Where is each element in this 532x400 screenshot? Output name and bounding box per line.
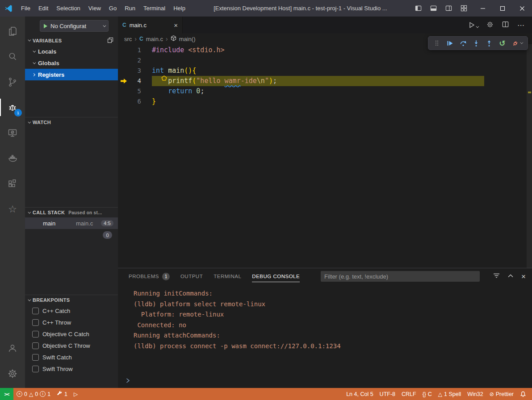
split-editor-icon[interactable] — [502, 21, 509, 29]
code-line[interactable]: 2 — [118, 55, 532, 66]
menu-run[interactable]: Run — [121, 0, 139, 17]
code-line-content[interactable]: return 0; — [152, 86, 204, 96]
tab-close-icon[interactable]: × — [174, 21, 178, 29]
menu-help[interactable]: Help — [169, 0, 189, 17]
panel-tab-terminal[interactable]: TERMINAL — [214, 268, 241, 284]
close-button[interactable] — [512, 0, 532, 17]
debug-status-icon[interactable]: ▷ — [71, 388, 81, 400]
breakpoint-row[interactable]: Swift Throw — [25, 363, 118, 375]
collapse-all-icon[interactable] — [107, 37, 113, 44]
language-mode[interactable]: {}C — [419, 388, 435, 400]
code-line-content[interactable]: printf("hello wamr-ide\n"); — [152, 76, 277, 86]
editor-gutter[interactable]: 3 — [118, 66, 152, 76]
disconnect-icon[interactable] — [511, 38, 524, 49]
breakpoint-checkbox[interactable] — [32, 354, 39, 361]
menu-edit[interactable]: Edit — [34, 0, 52, 17]
extensions-icon[interactable] — [0, 171, 25, 196]
source-control-icon[interactable] — [0, 69, 25, 95]
code-editor[interactable]: 1#include <stdio.h>23int main(){4 printf… — [118, 44, 532, 268]
search-icon[interactable] — [0, 44, 25, 69]
step-over-icon[interactable] — [458, 38, 468, 49]
more-actions-icon[interactable]: ⋯ — [517, 21, 525, 29]
code-line[interactable]: 6} — [118, 96, 532, 107]
toggle-secondary-sidebar-icon[interactable] — [442, 2, 455, 15]
menu-go[interactable]: Go — [105, 0, 121, 17]
breakpoints-section-header[interactable]: BREAKPOINTS — [25, 295, 118, 305]
code-line-content[interactable]: int main(){ — [152, 66, 196, 76]
editor-gutter[interactable]: 4 — [118, 76, 152, 86]
formatter-status[interactable]: ⊘Prettier — [486, 388, 517, 400]
customize-layout-icon[interactable] — [457, 2, 470, 15]
step-out-icon[interactable] — [484, 38, 494, 49]
breakpoint-checkbox[interactable] — [32, 331, 39, 338]
breakpoint-checkbox[interactable] — [32, 366, 39, 372]
eol-indicator[interactable]: CRLF — [398, 388, 419, 400]
tab-main-c[interactable]: C main.c × — [118, 17, 183, 33]
breakpoint-checkbox[interactable] — [32, 308, 39, 314]
editor-gutter[interactable]: 1 — [118, 45, 152, 55]
remote-explorer-icon[interactable] — [0, 120, 25, 146]
variables-scope-locals[interactable]: Locals — [25, 46, 118, 57]
drag-grip-icon[interactable] — [432, 38, 442, 49]
menu-terminal[interactable]: Terminal — [139, 0, 169, 17]
panel-tab-problems[interactable]: PROBLEMS1 — [129, 268, 170, 284]
panel-tab-debug-console[interactable]: DEBUG CONSOLE — [252, 268, 300, 284]
restart-icon[interactable]: ↺ — [498, 38, 507, 49]
menu-view[interactable]: View — [84, 0, 105, 17]
breadcrumb-file[interactable]: main.c — [146, 36, 163, 42]
launch-config-dropdown[interactable]: No Configurat — [40, 20, 109, 32]
continue-icon[interactable] — [445, 38, 455, 49]
minimize-button[interactable] — [473, 0, 493, 17]
panel-tab-output[interactable]: OUTPUT — [180, 268, 203, 284]
code-line[interactable]: 5 return 0; — [118, 86, 532, 96]
menu-file[interactable]: File — [17, 0, 34, 17]
variables-section-header[interactable]: VARIABLES — [25, 35, 118, 46]
remote-indicator[interactable]: >< — [0, 388, 13, 400]
accounts-icon[interactable] — [0, 335, 25, 361]
call-stack-section-header[interactable]: CALL STACK Paused on st... — [25, 207, 118, 217]
watch-section-header[interactable]: WATCH — [25, 117, 118, 127]
breakpoint-checkbox[interactable] — [32, 342, 39, 349]
breadcrumb-symbol[interactable]: main() — [179, 36, 196, 42]
cursor-position[interactable]: Ln 4, Col 5 — [343, 388, 376, 400]
spell-checker-status[interactable]: △1 Spell — [435, 388, 464, 400]
code-line[interactable]: 3int main(){ — [118, 66, 532, 76]
panel-close-icon[interactable]: × — [521, 273, 526, 280]
variables-scope-globals[interactable]: Globals — [25, 57, 118, 69]
stack-frame-row[interactable]: main main.c 4:5 — [25, 217, 118, 229]
variables-scope-registers[interactable]: Registers — [25, 69, 118, 80]
start-debug-icon[interactable] — [43, 24, 48, 29]
settings-gear-icon[interactable] — [0, 361, 25, 386]
menu-selection[interactable]: Selection — [52, 0, 84, 17]
run-or-debug-icon[interactable] — [469, 22, 478, 28]
code-line[interactable]: 4 printf("hello wamr-ide\n"); — [118, 76, 532, 86]
console-filter-input[interactable] — [321, 271, 480, 282]
toggle-sidebar-icon[interactable] — [411, 2, 425, 15]
toggle-panel-icon[interactable] — [427, 2, 440, 15]
encoding-indicator[interactable]: UTF-8 — [377, 388, 398, 400]
panel-maximize-chevron-icon[interactable] — [507, 273, 514, 280]
chevron-down-icon[interactable] — [520, 41, 524, 44]
editor-gutter[interactable]: 2 — [118, 55, 152, 66]
breakpoint-row[interactable]: Objective C Throw — [25, 340, 118, 351]
breadcrumb-folder[interactable]: src — [124, 36, 132, 42]
notifications-bell-icon[interactable] — [517, 388, 529, 400]
debug-console-output[interactable]: Running initCommands:(lldb) platform sel… — [118, 284, 532, 388]
editor-gear-icon[interactable] — [486, 21, 494, 29]
code-line-content[interactable]: } — [152, 96, 156, 107]
editor-gutter[interactable]: 6 — [118, 96, 152, 107]
breakpoint-row[interactable]: C++ Catch — [25, 305, 118, 317]
editor-gutter[interactable]: 5 — [118, 86, 152, 96]
step-into-icon[interactable] — [471, 38, 481, 49]
breakpoint-checkbox[interactable] — [32, 319, 39, 326]
explorer-icon[interactable] — [0, 18, 25, 44]
maximize-button[interactable] — [493, 0, 512, 17]
problems-status[interactable]: ×0 △0 i1 — [13, 388, 54, 400]
platform-indicator[interactable]: Win32 — [464, 388, 486, 400]
filter-lines-icon[interactable] — [493, 272, 500, 280]
docker-icon[interactable] — [0, 146, 25, 171]
run-and-debug-icon[interactable]: 1 — [0, 95, 25, 120]
breakpoint-row[interactable]: C++ Throw — [25, 317, 118, 328]
breakpoint-row[interactable]: Objective C Catch — [25, 328, 118, 340]
testing-star-icon[interactable]: ☆ — [0, 196, 25, 222]
